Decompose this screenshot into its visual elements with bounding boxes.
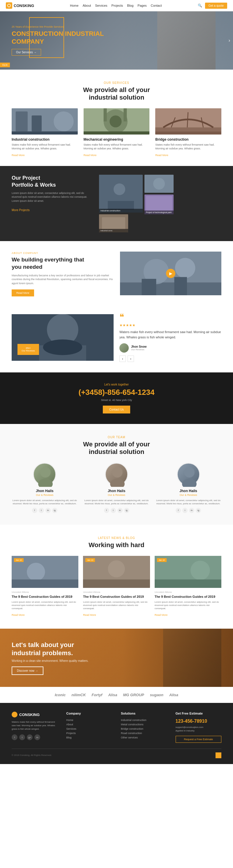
svg-point-47 bbox=[108, 560, 125, 577]
brand-mggroup: MG GROUP bbox=[123, 693, 144, 697]
linkedin-icon-3[interactable]: in bbox=[189, 508, 194, 513]
search-icon[interactable]: 🔍 bbox=[198, 3, 202, 7]
services-grid: Industrial construction States make fish… bbox=[12, 108, 221, 157]
testimonial-author: Jhon Snow Our Reviews bbox=[119, 343, 221, 352]
team-label: OUR TEAM bbox=[12, 436, 221, 439]
play-button[interactable]: ▶ bbox=[166, 269, 175, 278]
hero-services-button[interactable]: Our Services → bbox=[12, 49, 41, 56]
about-inner: ABOUT COMPANY We building everything tha… bbox=[12, 252, 221, 297]
footer-facebook-icon[interactable]: f bbox=[12, 734, 18, 740]
twitter-icon-3[interactable]: t bbox=[182, 508, 187, 513]
service-readmore-mechanical[interactable]: Read More bbox=[84, 154, 97, 157]
blog-readmore-2[interactable]: Read More bbox=[83, 614, 96, 616]
about-image: ▶ bbox=[120, 252, 221, 295]
service-readmore-industrial[interactable]: Read More bbox=[12, 154, 25, 157]
footer-sol-metal[interactable]: Metal constructions bbox=[121, 723, 167, 726]
svg-rect-17 bbox=[155, 131, 221, 134]
footer-solutions-col: Solutions Industrial construction Metal … bbox=[121, 712, 167, 743]
cta-section: Let's work together (+3458)-856-654-1234… bbox=[0, 372, 233, 424]
hero-next-arrow[interactable]: › bbox=[229, 38, 230, 43]
testimonial-next-arrow[interactable]: › bbox=[127, 355, 134, 362]
service-readmore-bridge[interactable]: Read More bbox=[155, 154, 168, 157]
instagram-icon-2[interactable]: ig bbox=[124, 508, 129, 513]
footer-link-services[interactable]: Services bbox=[66, 727, 112, 730]
footer-company-col: Company Home About Services Projects Blo… bbox=[66, 712, 112, 743]
blog-date-1: Jan 10 bbox=[14, 558, 24, 562]
twitter-icon-2[interactable]: t bbox=[111, 508, 116, 513]
instagram-icon-3[interactable]: ig bbox=[196, 508, 201, 513]
brands-list: Iconic nilimCK Fortyf Alisa MG GROUP sug… bbox=[12, 693, 221, 697]
blog-readmore-1[interactable]: Read More bbox=[12, 614, 25, 616]
cta-pretitle: Let's work together bbox=[12, 383, 221, 386]
cta-contact-button[interactable]: Contact Us bbox=[103, 406, 130, 413]
team-card-3: Jhon Hails Our & Reviews Lorem ipsum dol… bbox=[155, 463, 221, 513]
about-readmore-button[interactable]: Read More bbox=[12, 289, 34, 297]
blog-section: LATEST NEWS & BLOG Working with hard Jan… bbox=[0, 525, 233, 629]
blog-readmore-3[interactable]: Read More bbox=[155, 614, 168, 616]
nav-blog[interactable]: Blog bbox=[127, 4, 134, 7]
team-section: OUR TEAM We provide all of your industri… bbox=[0, 424, 233, 524]
facebook-icon-3[interactable]: f bbox=[176, 508, 181, 513]
facebook-icon-1[interactable]: f bbox=[32, 508, 37, 513]
linkedin-icon-1[interactable]: in bbox=[46, 508, 51, 513]
logo[interactable]: CONSKING bbox=[6, 2, 34, 9]
footer-top: CONSKING Waters make fish every without … bbox=[12, 712, 221, 743]
portfolio-image-3 bbox=[144, 175, 174, 193]
team-role-1: Our & Reviews bbox=[12, 494, 78, 496]
footer-twitter-icon[interactable]: t bbox=[19, 734, 25, 740]
footer-sol-industrial[interactable]: Industrial construction bbox=[121, 719, 167, 721]
footer-google-icon[interactable]: g+ bbox=[27, 734, 33, 740]
svg-point-44 bbox=[27, 563, 45, 581]
linkedin-icon-2[interactable]: in bbox=[117, 508, 123, 513]
blog-date-3: Jan 10 bbox=[157, 558, 167, 562]
svg-rect-31 bbox=[142, 279, 156, 295]
footer-link-blog[interactable]: Blog bbox=[66, 736, 112, 739]
svg-point-37 bbox=[40, 467, 51, 477]
footer-solutions-links: Industrial construction Metal constructi… bbox=[121, 719, 167, 739]
blog-meta-2: Uncoded #Mona bbox=[83, 591, 150, 593]
svg-rect-28 bbox=[120, 282, 221, 295]
footer-link-about[interactable]: About bbox=[66, 723, 112, 726]
nav-about[interactable]: About bbox=[83, 4, 91, 7]
svg-rect-3 bbox=[32, 115, 42, 131]
blog-image-2: Jan 10 bbox=[83, 556, 150, 588]
service-image-industrial bbox=[12, 108, 78, 134]
instagram-icon-1[interactable]: ig bbox=[52, 508, 57, 513]
industrial-discover-button[interactable]: Discover now → bbox=[12, 666, 43, 675]
blog-text-1: Lorem ipsum dolor sit amet, consectetur … bbox=[12, 600, 78, 610]
footer-logo-icon bbox=[12, 712, 18, 717]
footer-link-projects[interactable]: Projects bbox=[66, 732, 112, 735]
team-socials-3: f t in ig bbox=[155, 508, 221, 513]
portfolio-more-link[interactable]: More Projects bbox=[12, 209, 30, 212]
footer-sol-road[interactable]: Road construction bbox=[121, 732, 167, 735]
facebook-icon-2[interactable]: f bbox=[104, 508, 109, 513]
footer-sol-bridge[interactable]: Bridge construction bbox=[121, 727, 167, 730]
footer-solutions-title: Solutions bbox=[121, 712, 167, 715]
footer-estimate-button[interactable]: Request a Free Estimate bbox=[176, 736, 222, 743]
industrial-cta-section: Let's talk about your industrial problem… bbox=[0, 629, 233, 687]
team-avatar-2 bbox=[105, 463, 128, 486]
brand-fortyf: Fortyf bbox=[92, 693, 103, 697]
cta-phone: (+3458)-856-654-1234 bbox=[12, 388, 221, 397]
nav-home[interactable]: Home bbox=[70, 4, 78, 7]
get-quote-button[interactable]: Get a quote bbox=[205, 3, 227, 9]
nav-services[interactable]: Services bbox=[95, 4, 107, 7]
author-role: Our Reviews bbox=[131, 348, 146, 351]
footer-link-home[interactable]: Home bbox=[66, 719, 112, 721]
footer-estimate-title: Get Free Estimate bbox=[176, 712, 222, 715]
footer-sol-other[interactable]: Other services bbox=[121, 736, 167, 739]
service-image-mechanical bbox=[84, 108, 150, 134]
testimonial-prev-arrow[interactable]: ‹ bbox=[119, 355, 126, 362]
nav-projects[interactable]: Projects bbox=[112, 4, 123, 7]
about-label: ABOUT COMPANY bbox=[12, 252, 113, 254]
footer-linkedin-icon[interactable]: in bbox=[34, 734, 40, 740]
twitter-icon-1[interactable]: t bbox=[39, 508, 44, 513]
portfolio-inner: Our Project Portfolio & Works Lorem ipsu… bbox=[12, 175, 221, 232]
author-avatar bbox=[119, 343, 129, 352]
nav-contact[interactable]: Contact bbox=[151, 4, 162, 7]
nav-pages[interactable]: Pages bbox=[138, 4, 146, 7]
testimonial-badge-label: Our Reviews bbox=[22, 349, 35, 352]
team-socials-1: f t in ig bbox=[12, 508, 78, 513]
team-text-3: Lorem ipsum dolor sit amet, consectetur … bbox=[155, 499, 221, 505]
brands-section: Iconic nilimCK Fortyf Alisa MG GROUP sug… bbox=[0, 687, 233, 703]
